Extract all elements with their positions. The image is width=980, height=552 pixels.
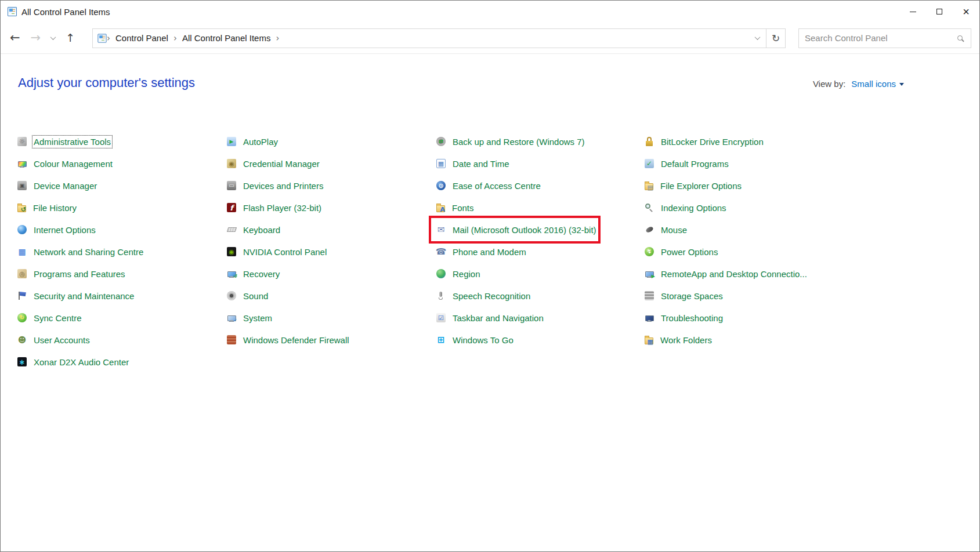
items-grid: ☼Administrative ToolsColour Management▣D… bbox=[17, 130, 979, 373]
phone-modem-icon: ☎ bbox=[436, 247, 446, 256]
breadcrumb-app-icon bbox=[97, 34, 106, 42]
items-column: BitLocker Drive Encryption✓Default Progr… bbox=[645, 130, 979, 351]
mail-icon: ✉ bbox=[436, 225, 446, 234]
close-button[interactable]: × bbox=[953, 1, 979, 23]
control-panel-item-taskbar-and-navigation[interactable]: ☑Taskbar and Navigation bbox=[436, 307, 544, 329]
page-header: Adjust your computer's settings View by:… bbox=[1, 54, 979, 90]
breadcrumb-item-control-panel[interactable]: Control Panel bbox=[115, 33, 168, 43]
minimize-button[interactable] bbox=[899, 1, 926, 23]
item-label: Security and Maintenance bbox=[34, 291, 134, 301]
items-column: ☼Administrative ToolsColour Management▣D… bbox=[17, 130, 227, 373]
item-label: Keyboard bbox=[243, 225, 280, 235]
navigation-bar: ← → ↑ ›Control Panel›All Control Panel I… bbox=[1, 23, 979, 54]
fonts-icon: A bbox=[436, 205, 445, 212]
control-panel-item-colour-management[interactable]: Colour Management bbox=[17, 152, 113, 175]
control-panel-item-security-and-maintenance[interactable]: Security and Maintenance bbox=[17, 285, 134, 307]
recent-locations-button[interactable] bbox=[51, 36, 55, 40]
control-panel-item-user-accounts[interactable]: ☻User Accounts bbox=[17, 329, 90, 351]
control-panel-item-phone-and-modem[interactable]: ☎Phone and Modem bbox=[436, 241, 526, 263]
control-panel-item-storage-spaces[interactable]: Storage Spaces bbox=[645, 285, 723, 307]
control-panel-item-network-and-sharing-centre[interactable]: ▦Network and Sharing Centre bbox=[17, 241, 143, 263]
control-panel-item-keyboard[interactable]: Keyboard bbox=[227, 219, 280, 241]
keyboard-icon bbox=[227, 225, 236, 234]
control-panel-item-work-folders[interactable]: ▦Work Folders bbox=[645, 329, 712, 351]
control-panel-item-autoplay[interactable]: ▶AutoPlay bbox=[227, 130, 278, 152]
address-chevron-down-icon bbox=[754, 34, 760, 40]
minimize-icon bbox=[910, 12, 916, 12]
colour-management-icon bbox=[17, 159, 27, 168]
control-panel-item-flash-player-32-bit[interactable]: fFlash Player (32-bit) bbox=[227, 197, 321, 219]
admin-tools-icon: ☼ bbox=[17, 137, 27, 146]
item-label: Device Manager bbox=[34, 181, 97, 191]
control-panel-item-sound[interactable]: Sound bbox=[227, 285, 268, 307]
troubleshooting-icon bbox=[645, 313, 654, 322]
up-button[interactable]: ↑ bbox=[66, 32, 75, 43]
control-panel-item-indexing-options[interactable]: Indexing Options bbox=[645, 197, 726, 219]
control-panel-item-nvidia-control-panel[interactable]: ◉NVIDIA Control Panel bbox=[227, 241, 327, 263]
credential-manager-icon: ◉ bbox=[227, 159, 236, 168]
remoteapp-icon: ▶ bbox=[645, 269, 654, 278]
flash-player-icon: f bbox=[227, 203, 236, 212]
control-panel-item-ease-of-access-centre[interactable]: ⊙Ease of Access Centre bbox=[436, 175, 541, 197]
control-panel-item-default-programs[interactable]: ✓Default Programs bbox=[645, 152, 729, 175]
control-panel-item-device-manager[interactable]: ▣Device Manager bbox=[17, 175, 97, 197]
control-panel-item-internet-options[interactable]: Internet Options bbox=[17, 219, 96, 241]
item-label: Credential Manager bbox=[243, 159, 320, 169]
control-panel-item-sync-centre[interactable]: ↻Sync Centre bbox=[17, 307, 82, 329]
back-button[interactable]: ← bbox=[10, 32, 20, 44]
control-panel-item-troubleshooting[interactable]: Troubleshooting bbox=[645, 307, 723, 329]
refresh-button[interactable]: ↻ bbox=[766, 28, 786, 48]
breadcrumb-item-all-control-panel-items[interactable]: All Control Panel Items bbox=[182, 33, 271, 43]
chevron-down-icon bbox=[50, 34, 56, 40]
control-panel-item-fonts[interactable]: AFonts bbox=[436, 197, 474, 219]
item-label: Taskbar and Navigation bbox=[453, 313, 544, 323]
control-panel-item-xonar-d2x-audio-center[interactable]: ∗Xonar D2X Audio Center bbox=[17, 351, 129, 373]
control-panel-item-file-history[interactable]: ↺File History bbox=[17, 197, 77, 219]
address-dropdown-button[interactable] bbox=[748, 29, 766, 48]
item-label: RemoteApp and Desktop Connectio... bbox=[661, 269, 807, 279]
nav-buttons: ← → ↑ bbox=[10, 32, 92, 44]
up-arrow-icon: ↑ bbox=[66, 32, 75, 43]
control-panel-item-windows-to-go[interactable]: ⊞Windows To Go bbox=[436, 329, 513, 351]
control-panel-item-devices-and-printers[interactable]: ▭Devices and Printers bbox=[227, 175, 323, 197]
breadcrumb-separator-icon: › bbox=[173, 33, 177, 43]
search-input[interactable] bbox=[805, 33, 957, 43]
control-panel-item-region[interactable]: Region bbox=[436, 263, 480, 285]
programs-features-icon: ◎ bbox=[17, 269, 27, 278]
control-panel-item-administrative-tools[interactable]: ☼Administrative Tools bbox=[17, 130, 111, 152]
maximize-button[interactable] bbox=[926, 1, 953, 23]
control-panel-item-mouse[interactable]: Mouse bbox=[645, 219, 687, 241]
indexing-options-icon bbox=[645, 203, 654, 212]
control-panel-item-date-and-time[interactable]: ▦Date and Time bbox=[436, 152, 509, 175]
control-panel-item-credential-manager[interactable]: ◉Credential Manager bbox=[227, 152, 320, 175]
control-panel-item-windows-defender-firewall[interactable]: Windows Defender Firewall bbox=[227, 329, 349, 351]
forward-button[interactable]: → bbox=[31, 32, 41, 44]
backup-restore-icon: ⇄ bbox=[436, 137, 446, 146]
forward-arrow-icon: → bbox=[31, 32, 41, 44]
back-arrow-icon: ← bbox=[10, 32, 20, 44]
control-panel-window: All Control Panel Items × ← → ↑ ›Control… bbox=[0, 0, 980, 552]
item-label: File Explorer Options bbox=[660, 181, 742, 191]
control-panel-item-system[interactable]: ✓System bbox=[227, 307, 272, 329]
control-panel-item-remoteapp-and-desktop-connectio[interactable]: ▶RemoteApp and Desktop Connectio... bbox=[645, 263, 807, 285]
region-icon bbox=[436, 269, 446, 278]
window-controls: × bbox=[899, 1, 979, 23]
control-panel-item-programs-and-features[interactable]: ◎Programs and Features bbox=[17, 263, 125, 285]
search-icon bbox=[957, 35, 963, 41]
control-panel-item-bitlocker-drive-encryption[interactable]: BitLocker Drive Encryption bbox=[645, 130, 764, 152]
work-folders-icon: ▦ bbox=[645, 337, 653, 344]
control-panel-item-mail-microsoft-outlook-2016-32-bit[interactable]: ✉Mail (Microsoft Outlook 2016) (32-bit) bbox=[436, 219, 596, 241]
address-bar[interactable]: ›Control Panel›All Control Panel Items› … bbox=[92, 28, 786, 48]
item-label: Back up and Restore (Windows 7) bbox=[453, 137, 585, 147]
network-sharing-icon: ▦ bbox=[17, 247, 27, 256]
control-panel-item-back-up-and-restore-windows-7[interactable]: ⇄Back up and Restore (Windows 7) bbox=[436, 130, 585, 152]
control-panel-item-power-options[interactable]: ↯Power Options bbox=[645, 241, 718, 263]
control-panel-item-speech-recognition[interactable]: Speech Recognition bbox=[436, 285, 530, 307]
control-panel-item-file-explorer-options[interactable]: ▤File Explorer Options bbox=[645, 175, 742, 197]
window-title: All Control Panel Items bbox=[21, 7, 899, 17]
item-label: Region bbox=[453, 269, 480, 279]
item-label: Xonar D2X Audio Center bbox=[34, 357, 129, 367]
view-by-dropdown[interactable]: Small icons bbox=[851, 79, 904, 89]
control-panel-item-recovery[interactable]: ↺Recovery bbox=[227, 263, 280, 285]
item-label: Windows To Go bbox=[453, 335, 513, 345]
